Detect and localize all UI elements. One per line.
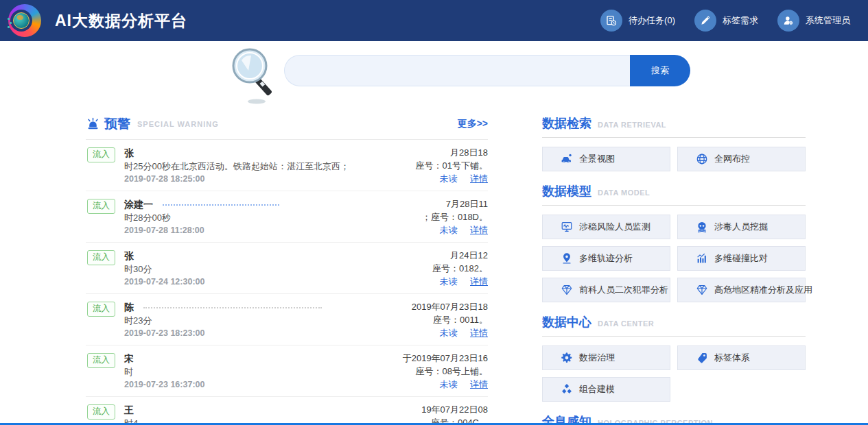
inflow-badge: 流入 bbox=[87, 199, 115, 214]
logo-dots bbox=[8, 18, 12, 29]
warning-timestamp: 2019-07-23 16:37:00 bbox=[124, 378, 378, 391]
warning-timestamp: 2019-07-24 12:30:00 bbox=[124, 276, 378, 288]
warning-list-item[interactable]: 流入 宋 时 2019-07-23 16:37:00 于2019年07月23日1… bbox=[86, 345, 488, 397]
panel-button-label: 标签体系 bbox=[714, 352, 750, 364]
section-subtitle: DATA MODEL bbox=[598, 189, 650, 197]
tag-icon bbox=[696, 352, 708, 364]
warning-date-text: 2019年07月23日18 bbox=[378, 300, 488, 313]
section-title: 数据模型 bbox=[542, 183, 591, 199]
header-nav-label: 待办任务(0) bbox=[629, 14, 675, 27]
warning-detail-text: 时 bbox=[124, 365, 378, 378]
header-nav: 待办任务(0) 标签需求 系统管理员 bbox=[600, 10, 850, 32]
warning-seat-text: 座号：01号下铺。 bbox=[378, 159, 488, 172]
warning-person-name: 陈 bbox=[124, 302, 134, 313]
section-subtitle: DATA CENTER bbox=[598, 319, 654, 328]
panel-button[interactable]: 全景视图 bbox=[542, 147, 670, 171]
gem-icon bbox=[696, 284, 708, 296]
warning-date-text: 19年07月22日08 bbox=[378, 403, 488, 416]
app-header: AI大数据分析平台 待办任务(0) 标签需求 系统管理员 bbox=[0, 0, 868, 41]
unread-link[interactable]: 未读 bbox=[440, 328, 458, 338]
panel-section: 数据检索 DATA RETRIEVAL 全景视图 全网布控 bbox=[542, 115, 806, 171]
header-nav-item[interactable]: 标签需求 bbox=[694, 10, 758, 32]
panel-button-label: 组合建模 bbox=[579, 383, 615, 396]
panel-button[interactable]: 组合建模 bbox=[542, 377, 670, 402]
warning-detail-text: 时30分 bbox=[124, 263, 378, 276]
redaction-marks bbox=[163, 204, 279, 206]
panel-button[interactable]: 高危地区精准分析及应用 bbox=[677, 278, 806, 302]
gear-icon bbox=[561, 352, 573, 364]
panel-button-label: 多维碰撞比对 bbox=[714, 252, 768, 265]
panel-button[interactable]: 前科人员二次犯罪分析 bbox=[542, 278, 670, 302]
panel-button-label: 涉稳风险人员监测 bbox=[579, 221, 650, 233]
search-input[interactable] bbox=[284, 55, 630, 86]
warning-title: 预警 bbox=[104, 115, 130, 133]
panel-button[interactable]: 标签体系 bbox=[677, 345, 806, 370]
warning-date-text: 月28日18 bbox=[378, 146, 488, 159]
panel-button-label: 高危地区精准分析及应用 bbox=[714, 284, 812, 296]
header-nav-label: 标签需求 bbox=[723, 14, 758, 27]
car-person-icon bbox=[561, 153, 573, 165]
header-nav-item[interactable]: 系统管理员 bbox=[777, 10, 850, 32]
warning-timestamp: 2019-07-23 18:23:00 bbox=[124, 327, 378, 339]
warning-seat-text: 座号：0011。 bbox=[378, 313, 488, 326]
panel-section: 数据中心 DATA CENTER 数据治理 标签体系 组合建模 bbox=[542, 314, 806, 402]
warning-person-name: 张 bbox=[124, 147, 134, 158]
warning-list-item[interactable]: 流入 张 时25分00秒在北京西活动。铁路起始站：湛江至北京西； 2019-07… bbox=[86, 140, 488, 191]
panel-button-label: 全网布控 bbox=[714, 153, 750, 165]
globe-icon bbox=[696, 153, 708, 165]
warning-list-item[interactable]: 流入 张 时30分 2019-07-24 12:30:00 月24日12 座号：… bbox=[86, 243, 488, 294]
panel-button-label: 多维轨迹分析 bbox=[579, 252, 633, 265]
warning-detail-text: 时23分 bbox=[124, 314, 378, 327]
warning-list-item[interactable]: 流入 涂建一 时28分00秒 2019-07-28 11:28:00 7月28日… bbox=[86, 191, 488, 243]
panel-button-label: 全景视图 bbox=[579, 153, 615, 165]
warning-seat-text: 座号：08号上铺。 bbox=[378, 365, 488, 378]
warning-detail-text: 时28分00秒 bbox=[124, 211, 378, 224]
app-title: AI大数据分析平台 bbox=[55, 10, 187, 32]
section-title: 数据中心 bbox=[542, 314, 591, 330]
warning-list-item[interactable]: 流入 陈 时23分 2019-07-23 18:23:00 2019年07月23… bbox=[86, 294, 488, 345]
search-button[interactable]: 搜索 bbox=[630, 55, 690, 86]
warning-date-text: 7月28日11 bbox=[378, 197, 488, 210]
warning-list: 流入 张 时25分00秒在北京西活动。铁路起始站：湛江至北京西； 2019-07… bbox=[86, 140, 488, 425]
header-nav-item[interactable]: 待办任务(0) bbox=[600, 10, 675, 32]
header-nav-label: 系统管理员 bbox=[806, 14, 850, 27]
gem-icon bbox=[561, 284, 573, 296]
detail-link[interactable]: 详情 bbox=[470, 225, 488, 235]
admin-icon bbox=[777, 10, 799, 32]
location-pin-icon bbox=[561, 252, 573, 265]
detail-link[interactable]: 详情 bbox=[470, 276, 488, 287]
unread-link[interactable]: 未读 bbox=[440, 173, 458, 184]
unread-link[interactable]: 未读 bbox=[440, 379, 458, 389]
panel-button-label: 涉毒人员挖掘 bbox=[714, 221, 768, 233]
inflow-badge: 流入 bbox=[87, 353, 115, 368]
section-subtitle: DATA RETRIEVAL bbox=[598, 121, 666, 129]
todo-icon bbox=[600, 10, 622, 32]
inflow-badge: 流入 bbox=[87, 404, 115, 420]
unread-link[interactable]: 未读 bbox=[440, 225, 458, 235]
page: AI大数据分析平台 待办任务(0) 标签需求 系统管理员 搜索 bbox=[0, 0, 868, 425]
more-link[interactable]: 更多>> bbox=[458, 118, 488, 130]
panel-button[interactable]: 数据治理 bbox=[542, 345, 670, 370]
panel-section: 数据模型 DATA MODEL 涉稳风险人员监测 涉毒人员挖掘 多维轨迹分析 多… bbox=[542, 183, 806, 302]
unread-link[interactable]: 未读 bbox=[440, 276, 458, 287]
warning-timestamp: 2019-07-28 18:25:00 bbox=[124, 173, 378, 185]
monitor-wave-icon bbox=[561, 221, 573, 233]
panel-button[interactable]: 多维碰撞比对 bbox=[677, 246, 806, 271]
warning-detail-text: 时25分00秒在北京西活动。铁路起始站：湛江至北京西； bbox=[124, 160, 378, 173]
warning-list-item[interactable]: 流入 王 时4 2019-07-22 08:42:00 19年07月22日08 … bbox=[86, 397, 488, 425]
panel-button[interactable]: 涉稳风险人员监测 bbox=[542, 215, 670, 239]
panel-button[interactable]: 涉毒人员挖掘 bbox=[677, 215, 806, 239]
warning-panel: 预警 SPECIAL WARNING 更多>> 流入 张 时25分00秒在北京西… bbox=[86, 115, 488, 425]
detail-link[interactable]: 详情 bbox=[470, 173, 488, 184]
warning-person-name: 张 bbox=[124, 250, 134, 261]
function-panels: 数据检索 DATA RETRIEVAL 全景视图 全网布控 数据模型 DATA … bbox=[542, 115, 806, 425]
panel-button[interactable]: 多维轨迹分析 bbox=[542, 246, 670, 271]
warning-seat-text: 座号：0182。 bbox=[378, 262, 488, 275]
globe-icon bbox=[13, 12, 30, 29]
inflow-badge: 流入 bbox=[87, 250, 115, 265]
warning-person-name: 涂建一 bbox=[124, 199, 153, 210]
detail-link[interactable]: 详情 bbox=[470, 379, 488, 389]
detail-link[interactable]: 详情 bbox=[470, 328, 488, 338]
panel-button[interactable]: 全网布控 bbox=[677, 147, 806, 171]
warning-person-name: 王 bbox=[124, 404, 134, 415]
